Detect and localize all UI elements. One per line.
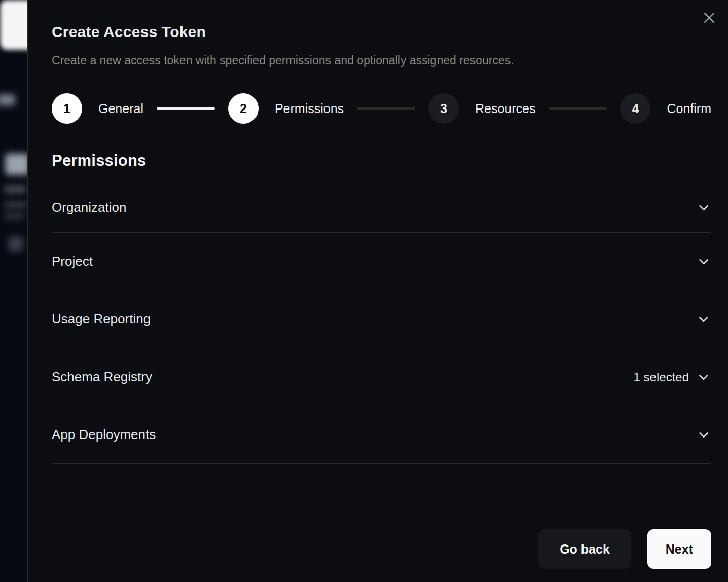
next-button[interactable]: Next <box>647 529 711 569</box>
dialog-subtitle: Create a new access token with specified… <box>52 54 711 67</box>
step-permissions[interactable]: 2 Permissions <box>228 93 344 124</box>
step-resources[interactable]: 3 Resources <box>428 93 536 124</box>
step-label: Confirm <box>667 101 711 116</box>
background-blurred-text-line <box>4 213 24 219</box>
step-label: General <box>98 101 143 116</box>
step-number-badge: 4 <box>620 93 650 124</box>
accordion-section-app-deployments[interactable]: App Deployments <box>52 406 711 464</box>
step-label: Permissions <box>275 101 344 116</box>
go-back-button[interactable]: Go back <box>538 529 631 569</box>
accordion-section-usage-reporting[interactable]: Usage Reporting <box>52 290 711 348</box>
chevron-down-icon <box>696 370 711 385</box>
background-blurred-card <box>0 0 28 50</box>
accordion-section-label: Project <box>52 253 93 269</box>
accordion-section-label: Usage Reporting <box>52 311 151 327</box>
chevron-down-icon <box>696 254 711 269</box>
step-confirm[interactable]: 4 Confirm <box>620 93 711 124</box>
background-app-page <box>0 0 28 582</box>
background-blurred-folder <box>5 154 28 175</box>
accordion-section-label: App Deployments <box>52 427 156 443</box>
chevron-down-icon <box>696 200 711 215</box>
step-general[interactable]: 1 General <box>52 93 143 124</box>
close-button[interactable] <box>701 9 718 26</box>
accordion-section-organization[interactable]: Organization <box>52 183 711 233</box>
create-access-token-modal: Create Access Token Create a new access … <box>28 0 728 582</box>
chevron-down-icon <box>696 312 711 327</box>
step-label: Resources <box>475 101 536 116</box>
close-icon <box>702 10 717 25</box>
background-blurred-pill <box>0 94 15 105</box>
accordion-section-label: Schema Registry <box>52 369 152 385</box>
step-number-badge: 2 <box>228 93 259 124</box>
background-blurred-text-line <box>4 202 27 208</box>
accordion-section-label: Organization <box>52 200 126 215</box>
permissions-heading: Permissions <box>52 152 711 170</box>
stepper-connector <box>157 107 215 110</box>
permissions-accordion-list: Organization Project Usage Reporting <box>52 183 711 464</box>
chevron-down-icon <box>696 427 711 443</box>
dialog-footer: Go back Next <box>538 529 711 569</box>
stepper-connector <box>357 107 415 110</box>
stepper-connector <box>549 107 607 110</box>
dialog-title: Create Access Token <box>52 23 711 41</box>
background-blurred-text-line <box>4 186 26 193</box>
wizard-stepper: 1 General 2 Permissions 3 Resources 4 Co… <box>52 93 711 124</box>
step-number-badge: 1 <box>52 93 82 124</box>
accordion-section-schema-registry[interactable]: Schema Registry 1 selected <box>52 348 711 406</box>
accordion-section-project[interactable]: Project <box>52 233 711 290</box>
background-blurred-icon <box>8 236 23 251</box>
step-number-badge: 3 <box>428 93 459 124</box>
selected-count-badge: 1 selected <box>634 370 689 384</box>
